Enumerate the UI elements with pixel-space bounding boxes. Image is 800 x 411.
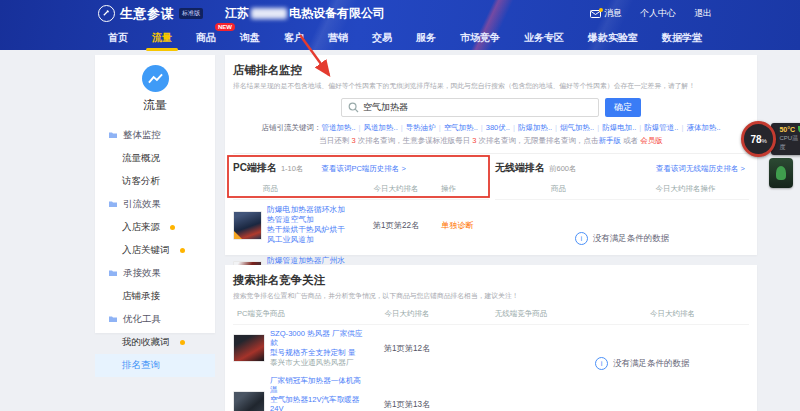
sidebar-item-my-favorite-words[interactable]: 我的收藏词 <box>95 331 215 354</box>
version-badge: 标准版 <box>179 8 203 19</box>
nav-inquiry[interactable]: 询盘 <box>240 31 260 47</box>
profile-link[interactable]: 个人中心 <box>640 7 676 20</box>
sidebar: 流量 整体监控 流量概况 访客分析 引流效果 入店来源 入店关键词 承接效果 店… <box>95 55 215 333</box>
rank-monitor-card: 店铺排名监控 排名结果呈现的是不包含地域、偏好等个性因素下的无痕浏览排序结果，因… <box>225 55 757 255</box>
nav-trade[interactable]: 交易 <box>372 31 392 47</box>
messages-link[interactable]: 消息 <box>590 7 622 20</box>
competitor-company: 泰兴市大业通风热风器厂 <box>270 358 368 367</box>
search-row: 空气加热器 确定 <box>233 98 749 117</box>
keyword-link[interactable]: 防爆电加.. <box>594 123 636 132</box>
rank-value: 第1页第13名 <box>368 399 446 410</box>
collapsed-widget-tab[interactable] <box>769 158 793 188</box>
system-monitor-widget: 78% 50°C CPU温度 <box>741 121 800 157</box>
competitor-title-link[interactable]: SZQ-3000 热风器 厂家供应款型号规格齐全支持定制 量 <box>270 329 362 357</box>
cpu-temp-label: CPU温度 <box>779 134 800 152</box>
sidebar-item-store-entry-source[interactable]: 入店来源 <box>95 216 215 239</box>
sidebar-item-visitor-analysis[interactable]: 访客分析 <box>95 170 215 193</box>
product-thumbnail[interactable] <box>233 391 265 411</box>
sidebar-group-traffic-effect[interactable]: 引流效果 <box>95 193 215 216</box>
new-badge: NEW <box>215 23 235 31</box>
pc-rank-range: 1-10名 <box>281 164 304 174</box>
wireless-history-link[interactable]: 查看该词无线端历史排名 > <box>656 164 745 174</box>
competitor-row[interactable]: 厂家销冠车加热器一体机高温空气加热器12V汽车取暖器24V 任丘市帅德汽车配件有… <box>233 372 749 411</box>
app-title: 生意参谋 <box>120 5 174 23</box>
sidebar-group-undertake-effect[interactable]: 承接效果 <box>95 262 215 285</box>
logout-link[interactable]: 退出 <box>694 7 712 20</box>
nav-product[interactable]: 商品NEW <box>196 31 216 47</box>
sidebar-item-traffic-overview[interactable]: 流量概况 <box>95 147 215 170</box>
product-thumbnail[interactable] <box>233 334 265 362</box>
user-menu: 消息 个人中心 退出 <box>590 7 712 20</box>
search-icon <box>348 99 359 117</box>
wireless-rank-range: 前600名 <box>549 164 577 174</box>
keyword-link[interactable]: 导热油炉 <box>398 123 436 132</box>
page: 生意参谋 标准版 江苏××电热设备有限公司 消息 个人中心 退出 首页 流量 商… <box>0 0 800 411</box>
wireless-empty-state: 没有满足条件的数据 <box>495 232 749 245</box>
competition-card: 搜索排名竞争关注 搜索竞争排名位置和广告商品，并分析竞争情况，以下商品与您店铺商… <box>225 265 757 411</box>
pc-table-header: 商品今日大约排名操作 <box>233 181 489 200</box>
nav-traffic[interactable]: 流量 <box>152 31 172 47</box>
wireless-table-header: 商品今日大约排名操作 <box>495 181 749 200</box>
nav-marketing[interactable]: 营销 <box>328 31 348 47</box>
company-suffix: 电热设备有限公司 <box>289 5 385 22</box>
nav-home[interactable]: 首页 <box>108 31 128 47</box>
keywords-label: 店铺引流关键词： <box>261 123 321 132</box>
rank-value: 第1页第12名 <box>368 343 446 354</box>
member-version-link[interactable]: 会员版 <box>640 136 663 145</box>
nav-data-school[interactable]: 数据学堂 <box>662 31 702 47</box>
pc-history-link[interactable]: 查看该词PC端历史排名 > <box>321 164 405 174</box>
nav-business-zone[interactable]: 业务专区 <box>524 31 564 47</box>
keyword-link[interactable]: 管道加热.. <box>321 123 355 132</box>
query-quota-note: 当日还剩 3 次排名查询，生意参谋标准版每日 3 次排名查询，无限量排名查询，点… <box>233 136 749 146</box>
keyword-link[interactable]: 防爆加热.. <box>510 123 552 132</box>
keyword-link[interactable]: 风道加热.. <box>356 123 398 132</box>
module-title: 流量 <box>95 97 215 114</box>
top-header: 生意参谋 标准版 江苏××电热设备有限公司 消息 个人中心 退出 首页 流量 商… <box>0 0 800 50</box>
info-icon <box>595 357 608 370</box>
keyword-link[interactable]: 防爆管道.. <box>636 123 678 132</box>
nav-service[interactable]: 服务 <box>416 31 436 47</box>
sidebar-item-store-entry-keywords[interactable]: 入店关键词 <box>95 239 215 262</box>
nav-market-competition[interactable]: 市场竞争 <box>460 31 500 47</box>
sidebar-item-rank-query[interactable]: 排名查询 <box>95 354 215 377</box>
keyword-link[interactable]: 液体加热.. <box>678 123 720 132</box>
company-name: 江苏××电热设备有限公司 <box>225 5 385 22</box>
info-icon <box>575 232 588 245</box>
company-prefix: 江苏 <box>225 5 249 22</box>
competition-table-header: PC端竞争商品今日大约排名无线端竞争商品今日大约排名 <box>233 305 749 325</box>
rank-monitor-title: 店铺排名监控 <box>233 63 749 78</box>
pc-rank-title: PC端排名 <box>233 161 277 175</box>
traffic-module-icon <box>142 65 169 92</box>
keyword-search-input[interactable]: 空气加热器 <box>341 98 599 117</box>
store-keywords-line: 店铺引流关键词：管道加热..风道加热..导热油炉空气加热..380伏..防爆加热… <box>233 123 749 133</box>
folder-icon <box>108 314 118 325</box>
cpu-temp-value: 50°C <box>779 126 795 133</box>
diagnose-link[interactable]: 单独诊断 <box>441 220 489 231</box>
update-dot <box>180 340 185 345</box>
newbie-version-link[interactable]: 新手版 <box>599 136 622 145</box>
pc-rank-row[interactable]: 防爆电加热器循环水加热管道空气加热干燥烘干热风炉烘干风工业风道加 第1页第22名… <box>233 200 489 251</box>
wireless-competition-empty-state: 没有满足条件的数据 <box>595 357 690 370</box>
nav-customer[interactable]: 客户 <box>284 31 304 47</box>
sidebar-group-overall-monitor[interactable]: 整体监控 <box>95 124 215 147</box>
sidebar-item-store-undertake[interactable]: 店铺承接 <box>95 285 215 308</box>
notification-dot <box>599 8 603 12</box>
keyword-link[interactable]: 烟气加热.. <box>552 123 594 132</box>
redacted-company-segment: ×× <box>251 8 287 19</box>
nav-hot-lab[interactable]: 爆款实验室 <box>588 31 638 47</box>
sidebar-menu: 整体监控 流量概况 访客分析 引流效果 入店来源 入店关键词 承接效果 店铺承接… <box>95 124 215 377</box>
competitor-title-link[interactable]: 厂家销冠车加热器一体机高温空气加热器12V汽车取暖器24V <box>270 376 361 411</box>
confirm-button[interactable]: 确定 <box>605 98 641 117</box>
rank-monitor-subtitle: 排名结果呈现的是不包含地域、偏好等个性因素下的无痕浏览排序结果，因此与您自行搜索… <box>233 81 749 91</box>
update-dot <box>180 248 185 253</box>
shengyicanmou-logo-icon <box>98 5 115 22</box>
rank-value: 第1页第22名 <box>351 220 441 231</box>
main-nav: 首页 流量 商品NEW 询盘 客户 营销 交易 服务 市场竞争 业务专区 爆款实… <box>0 27 800 50</box>
keyword-link[interactable]: 空气加热.. <box>436 123 478 132</box>
product-thumbnail[interactable] <box>233 211 262 240</box>
product-title-link[interactable]: 防爆电加热器循环水加热管道空气加热干燥烘干热风炉烘干风工业风道加 <box>267 205 351 246</box>
message-icon <box>590 10 601 18</box>
folder-icon <box>108 130 118 141</box>
keyword-link[interactable]: 380伏.. <box>478 123 510 132</box>
sidebar-group-optimize-tools[interactable]: 优化工具 <box>95 308 215 331</box>
